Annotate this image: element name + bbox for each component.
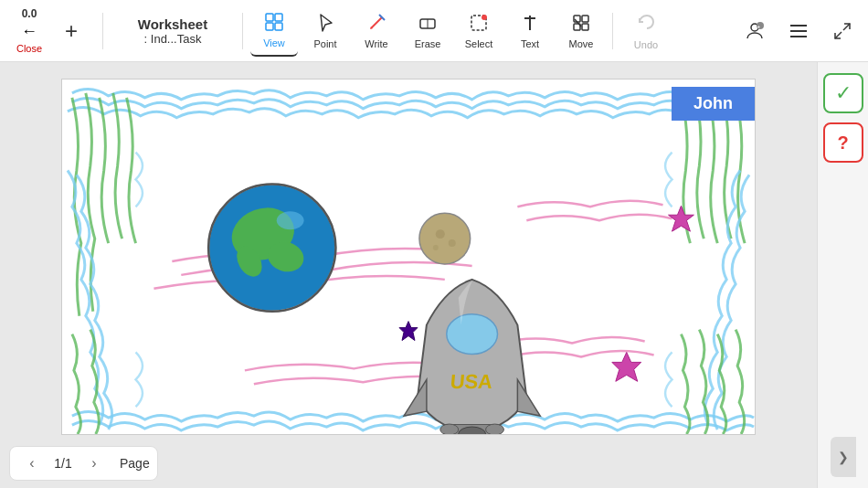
text-icon [520, 13, 540, 36]
text-label: Text [521, 38, 539, 49]
divider-1 [102, 13, 103, 49]
divider-3 [612, 13, 613, 49]
add-button[interactable]: + [55, 15, 88, 48]
svg-rect-3 [275, 23, 282, 30]
svg-text:+: + [757, 24, 761, 29]
undo-button[interactable]: Undo [620, 5, 672, 57]
question-button[interactable]: ? [823, 122, 863, 163]
tool-select[interactable]: Select [455, 5, 503, 57]
expand-button[interactable] [824, 13, 861, 49]
write-icon [366, 13, 386, 36]
move-label: Move [569, 38, 594, 49]
title-line2: : Ind...Task [144, 32, 202, 46]
svg-point-34 [419, 213, 471, 264]
check-button[interactable]: ✓ [823, 73, 863, 113]
svg-point-32 [277, 211, 304, 229]
svg-point-36 [449, 239, 456, 247]
point-label: Point [313, 38, 336, 49]
svg-rect-2 [266, 23, 273, 30]
svg-point-35 [436, 229, 445, 239]
undo-icon [636, 12, 656, 37]
toolbar: 0.0 ← Close + Worksheet : Ind...Task Vie… [0, 0, 868, 62]
svg-point-11 [482, 15, 487, 20]
menu-button[interactable] [780, 13, 817, 49]
svg-point-47 [486, 424, 504, 434]
close-button[interactable]: 0.0 ← Close [7, 5, 51, 57]
select-label: Select [465, 38, 493, 49]
tool-text[interactable]: Text [506, 5, 554, 57]
tool-view[interactable]: View [250, 5, 298, 57]
question-icon: ? [837, 133, 848, 154]
title-line1: Worksheet [138, 16, 207, 32]
prev-icon: ‹ [29, 455, 34, 472]
erase-label: Erase [415, 38, 441, 49]
move-icon [571, 13, 591, 36]
next-icon: › [91, 455, 96, 472]
svg-text:USA: USA [450, 370, 494, 393]
svg-point-37 [433, 245, 439, 250]
next-page-button[interactable]: › [79, 450, 109, 477]
right-sidebar: ✓ ? ❯ [817, 62, 868, 488]
tool-move[interactable]: Move [557, 5, 605, 57]
close-label: Close [16, 43, 42, 54]
svg-rect-1 [275, 14, 282, 21]
undo-label: Undo [634, 39, 658, 50]
tool-point[interactable]: Point [302, 5, 349, 57]
tool-erase[interactable]: Erase [404, 5, 451, 57]
profile-button[interactable]: + [736, 13, 773, 49]
title-area: Worksheet : Ind...Task [118, 16, 228, 46]
prev-page-button[interactable]: ‹ [17, 450, 47, 477]
drawing-canvas: USA [62, 80, 755, 434]
erase-icon [418, 13, 438, 36]
svg-point-43 [447, 314, 498, 355]
svg-rect-15 [582, 16, 588, 22]
page-label: Page [120, 456, 150, 471]
view-label: View [263, 37, 285, 48]
student-name-tag: John [672, 87, 755, 121]
svg-line-26 [843, 24, 850, 30]
collapse-button[interactable]: ❯ [831, 437, 856, 477]
check-icon: ✓ [835, 81, 852, 105]
toolbar-left: 0.0 ← Close + [7, 5, 88, 57]
worksheet[interactable]: USA [61, 79, 756, 435]
svg-rect-27 [63, 80, 754, 434]
write-label: Write [365, 38, 387, 49]
svg-line-25 [835, 32, 842, 38]
canvas-area[interactable]: USA [0, 62, 817, 488]
svg-rect-0 [266, 14, 273, 21]
toolbar-right-icons: + [736, 13, 861, 49]
page-navigation: ‹ 1/1 › Page [9, 446, 158, 481]
svg-marker-4 [321, 15, 332, 31]
select-icon [469, 13, 489, 36]
main-content: USA [0, 62, 868, 488]
close-icon: ← [21, 22, 37, 41]
view-icon [264, 12, 284, 35]
divider-2 [242, 13, 243, 49]
svg-rect-17 [582, 24, 588, 30]
page-current: 1/1 [50, 456, 76, 471]
tool-write[interactable]: Write [353, 5, 400, 57]
collapse-icon: ❯ [838, 450, 849, 464]
point-icon [315, 13, 335, 36]
counter-value: 0.0 [22, 7, 37, 20]
svg-line-5 [371, 17, 382, 28]
svg-point-46 [440, 424, 459, 434]
